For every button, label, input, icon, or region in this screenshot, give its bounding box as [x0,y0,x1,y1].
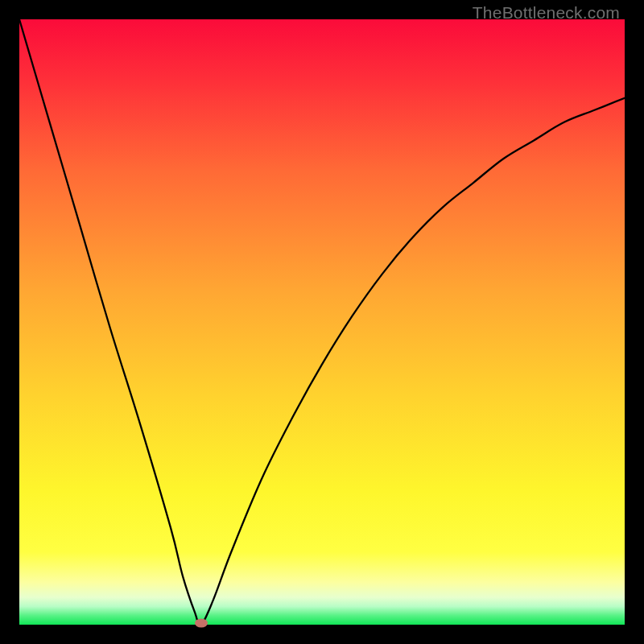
bottleneck-curve [19,19,625,625]
minimum-marker [195,619,208,628]
plot-frame [19,19,625,625]
